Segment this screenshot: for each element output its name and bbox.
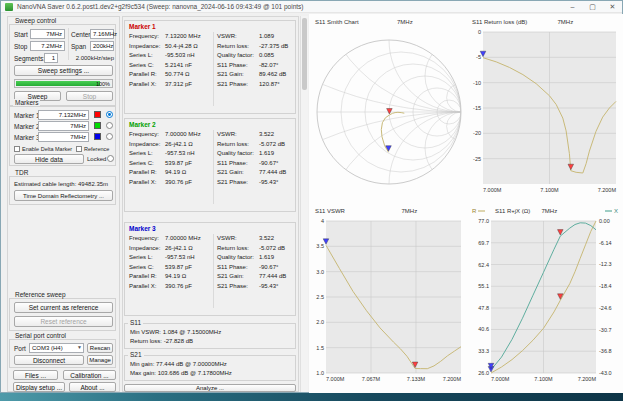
marker-color-swatch[interactable]: [94, 111, 101, 118]
marker-select-radio[interactable]: [106, 122, 113, 129]
field-value: -95.503 nH: [165, 52, 195, 58]
marker-select-radio[interactable]: [106, 111, 113, 118]
stop-input[interactable]: 7.2MHz: [30, 41, 65, 51]
y-tick-label: -15: [473, 105, 481, 111]
field-label: Parallel X:: [129, 81, 156, 87]
taskbar-strip: [0, 393, 623, 401]
disconnect-button[interactable]: Disconnect: [14, 355, 84, 365]
y-tick-label: -20: [473, 130, 481, 136]
marker-color-swatch[interactable]: [94, 133, 101, 140]
field-label: S11 Phase:: [217, 62, 248, 68]
enable-delta-checkbox[interactable]: [14, 146, 20, 152]
field-value: -5.072 dB: [259, 141, 285, 147]
sweep-progress-bar: 100%: [14, 79, 113, 88]
sweep-settings-button[interactable]: Sweep settings ...: [14, 65, 113, 76]
reference-label: Reference: [84, 146, 109, 152]
y-tick-label-right: -43.0: [599, 370, 612, 376]
reset-reference-button[interactable]: Reset reference: [14, 316, 113, 327]
smith-chart[interactable]: S11 Smith Chart7MHz: [312, 16, 466, 202]
port-select[interactable]: COM3 (H4)▼: [29, 343, 84, 353]
segments-input[interactable]: 1: [44, 53, 58, 63]
field-label: Return loss:: [217, 43, 249, 49]
calibration-button[interactable]: Calibration ...: [63, 370, 116, 380]
y-tick-label-right: -18.4: [599, 283, 612, 289]
field-label: VSWR:: [217, 131, 237, 137]
field-label: Quality factor:: [217, 150, 254, 156]
field-value: 26-j42.1 Ω: [165, 141, 193, 147]
x-tick-label: 7.100M: [540, 187, 559, 193]
start-input[interactable]: 7MHz: [30, 29, 65, 39]
field-value: 50.4-j4.28 Ω: [165, 43, 198, 49]
span-input[interactable]: 200kHz: [90, 41, 114, 51]
tdr-button[interactable]: Time Domain Reflectometry ...: [14, 190, 113, 201]
field-value: 50.774 Ω: [165, 71, 190, 77]
marker-data-box: Marker 3Frequency:7.00000 MHzImpedance:2…: [124, 222, 296, 316]
y-tick-label: 2.5: [316, 294, 324, 300]
field-value: 77.444 dB: [259, 169, 286, 175]
y-tick-label: 55.1: [478, 283, 489, 289]
field-label: Series L:: [129, 52, 153, 58]
display-setup-button[interactable]: Display setup ...: [13, 382, 65, 392]
about-button[interactable]: About ...: [69, 382, 116, 392]
field-value: 1.089: [259, 33, 274, 39]
center-label: Center: [71, 31, 91, 38]
middle-panel-scrollbar[interactable]: [300, 16, 308, 392]
sweep-control-title: Sweep control: [13, 17, 58, 24]
rescan-button[interactable]: Rescan: [87, 343, 113, 353]
tdr-group: Estimated cable length: 49482.35m Time D…: [9, 176, 116, 205]
files-button[interactable]: Files ...: [13, 370, 58, 380]
y-tick-label: 47.8: [478, 305, 489, 311]
tdr-title: TDR: [13, 169, 30, 176]
marker-data-box: Marker 1Frequency:7.13200 MHzImpedance:5…: [124, 20, 296, 114]
marker-color-swatch[interactable]: [94, 122, 101, 129]
hide-data-button[interactable]: Hide data: [14, 154, 84, 164]
field-value: 7.00000 MHz: [165, 131, 201, 137]
scrollbar-thumb[interactable]: [302, 18, 307, 90]
return-loss-chart[interactable]: 0-5-10-15-20-257.000M7.100M7.200MS11 Ret…: [469, 16, 621, 202]
field-label: VSWR:: [217, 33, 237, 39]
app-window: NanoVNA Saver 0.6.2.post1.dev2+g2f9c534 …: [0, 0, 623, 393]
rjx-chart[interactable]: 77.069.762.455.147.840.633.326.00.00-6.1…: [469, 205, 621, 391]
field-label: S21 Phase:: [217, 179, 248, 185]
center-input[interactable]: 7.16MHz: [90, 29, 114, 39]
field-value: -5.072 dB: [259, 245, 285, 251]
vswr-chart[interactable]: 43.53.02.52.01.51.07.000M7.067M7.133M7.2…: [312, 205, 466, 391]
marker-row-label: Marker 2: [14, 123, 40, 130]
manage-button[interactable]: Manage: [87, 355, 113, 365]
x-tick-label: 7.000M: [326, 376, 345, 382]
marker-frequency-input[interactable]: 7MHz: [38, 121, 89, 131]
field-value: 7.00000 MHz: [165, 235, 201, 241]
analyze-button[interactable]: Analyze ...: [124, 384, 296, 392]
y-tick-label: 26.0: [478, 370, 489, 376]
chevron-down-icon: ▼: [77, 344, 82, 350]
close-button[interactable]: ✕: [603, 1, 622, 13]
y-tick-label-right: -36.8: [599, 348, 612, 354]
marker-row-label: Marker 3: [14, 134, 40, 141]
set-reference-button[interactable]: Set current as reference: [14, 302, 113, 313]
field-value: -95.43°: [259, 179, 278, 185]
marker-frequency-input[interactable]: 7MHz: [38, 132, 89, 142]
locked-radio[interactable]: [107, 155, 114, 162]
stop-label: Stop: [14, 43, 27, 50]
field-label: Impedance:: [129, 245, 160, 251]
x-tick-label: 7.067M: [362, 376, 381, 382]
minimize-button[interactable]: –: [563, 1, 582, 13]
s11-summary-box: Min VSWR: 1.084 @ 7.15000MHz Return loss…: [124, 323, 296, 349]
field-label: Return loss:: [217, 245, 249, 251]
stop-button[interactable]: Stop: [66, 91, 113, 101]
reference-sweep-title: Reference sweep: [13, 291, 68, 298]
field-label: Impedance:: [129, 141, 160, 147]
chart-title: S11 Return loss (dB): [472, 19, 527, 25]
chart-freq-label: 7MHz: [542, 208, 558, 214]
marker-select-radio[interactable]: [106, 133, 113, 140]
field-label: VSWR:: [217, 235, 237, 241]
y-tick-label: 69.7: [478, 240, 489, 246]
maximize-button[interactable]: ▢: [583, 1, 602, 13]
cable-length-text: Estimated cable length: 49482.35m: [14, 181, 108, 187]
field-label: S21 Gain:: [217, 169, 244, 175]
marker-box-title: Marker 3: [129, 225, 156, 232]
reference-checkbox[interactable]: [76, 146, 82, 152]
marker-frequency-input[interactable]: 7.132MHz: [38, 110, 89, 120]
span-label: Span: [71, 43, 86, 50]
y-tick-label: 1.5: [316, 345, 324, 351]
